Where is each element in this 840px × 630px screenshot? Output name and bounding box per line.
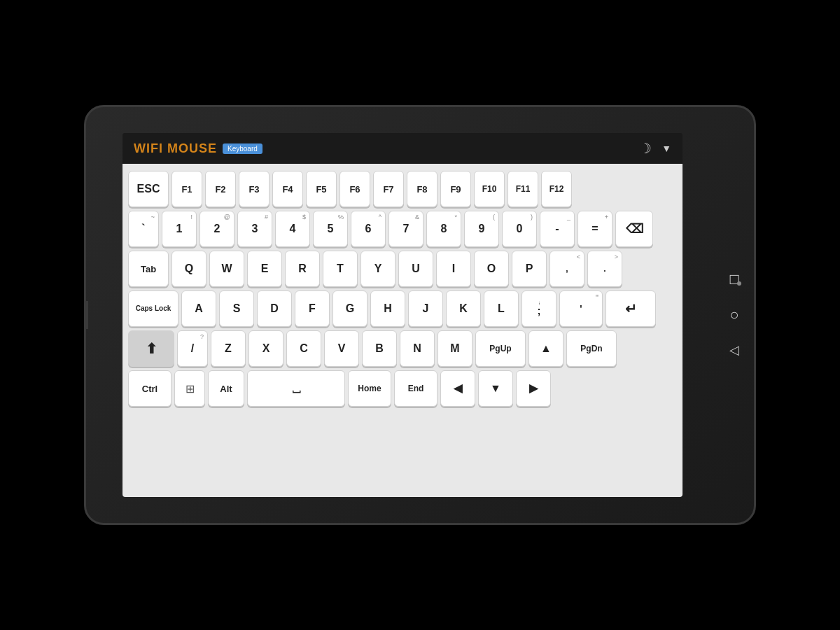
key-6[interactable]: ^ 6	[351, 211, 386, 247]
title-group: WIFI MOUSE Keyboard	[134, 141, 262, 156]
key-c[interactable]: C	[286, 330, 321, 367]
key-gt[interactable]: > .	[587, 251, 622, 287]
key-esc[interactable]: ESC	[128, 171, 169, 207]
key-up[interactable]: ▲	[528, 330, 564, 367]
num-row: ~ ` ! 1 @ 2 # 3 $ 4	[128, 211, 677, 247]
volume-button[interactable]	[84, 301, 88, 329]
key-7[interactable]: & 7	[388, 211, 424, 247]
key-f3[interactable]: F3	[239, 171, 270, 207]
moon-icon[interactable]: ☽	[639, 140, 652, 157]
key-h[interactable]: H	[370, 290, 405, 327]
key-f12[interactable]: F12	[541, 171, 572, 207]
key-v[interactable]: V	[324, 330, 359, 367]
key-minus[interactable]: _ -	[540, 211, 575, 247]
keyboard-area: ESC F1 F2 F3 F4 F5 F6 F7 F8 F9 F10 F11 F…	[122, 164, 682, 497]
key-lt[interactable]: < ,	[550, 251, 584, 287]
dropdown-icon[interactable]: ▼	[662, 143, 671, 154]
key-shift[interactable]: ⬆	[128, 330, 174, 367]
key-capslock[interactable]: Caps Lock	[128, 290, 178, 327]
bottom-row: Ctrl ⊞ Alt ⎵ Home End ◀ ▼ ▶	[128, 370, 677, 407]
qwerty-row: Tab Q W E R T Y U I O P < , > .	[128, 251, 677, 287]
screen: WIFI MOUSE Keyboard ☽ ▼ ESC F1 F2 F3 F4 …	[122, 133, 682, 497]
header-icons: ☽ ▼	[639, 140, 671, 157]
key-l[interactable]: L	[484, 290, 519, 327]
key-f7[interactable]: F7	[373, 171, 404, 207]
key-f4[interactable]: F4	[272, 171, 303, 207]
key-pgup[interactable]: PgUp	[475, 330, 526, 367]
key-1[interactable]: ! 1	[162, 211, 197, 247]
key-z[interactable]: Z	[211, 330, 246, 367]
key-left[interactable]: ◀	[440, 370, 475, 407]
key-home[interactable]: Home	[348, 370, 391, 407]
key-f[interactable]: F	[295, 290, 330, 327]
zxcv-row: ⬆ ? / Z X C V B N M PgUp ▲ PgDn	[128, 330, 677, 367]
key-n[interactable]: N	[400, 330, 435, 367]
key-3[interactable]: # 3	[237, 211, 272, 247]
asdf-row: Caps Lock A S D F G H J K L ⋮ ; " '	[128, 290, 677, 327]
nav-dot	[737, 281, 741, 286]
key-0[interactable]: ) 0	[502, 211, 537, 247]
key-8[interactable]: * 8	[426, 211, 461, 247]
key-slash[interactable]: ? /	[177, 330, 208, 367]
key-equals[interactable]: + =	[578, 211, 612, 247]
key-tilde[interactable]: ~ `	[128, 211, 159, 247]
key-x[interactable]: X	[248, 330, 284, 367]
key-a[interactable]: A	[181, 290, 216, 327]
key-2[interactable]: @ 2	[200, 211, 234, 247]
key-b[interactable]: B	[362, 330, 397, 367]
right-nav: ☐ ○ ◁	[729, 107, 740, 523]
key-q[interactable]: Q	[172, 251, 206, 287]
key-o[interactable]: O	[474, 251, 509, 287]
key-u[interactable]: U	[398, 251, 433, 287]
key-i[interactable]: I	[436, 251, 471, 287]
key-4[interactable]: $ 4	[275, 211, 310, 247]
key-down[interactable]: ▼	[478, 370, 513, 407]
key-s[interactable]: S	[219, 290, 254, 327]
key-e[interactable]: E	[247, 251, 282, 287]
key-tab[interactable]: Tab	[128, 251, 169, 287]
keyboard-badge: Keyboard	[223, 144, 262, 154]
key-d[interactable]: D	[257, 290, 292, 327]
app-header: WIFI MOUSE Keyboard ☽ ▼	[122, 133, 682, 164]
key-f9[interactable]: F9	[440, 171, 471, 207]
key-r[interactable]: R	[285, 251, 320, 287]
key-end[interactable]: End	[394, 370, 438, 407]
key-f11[interactable]: F11	[507, 171, 538, 207]
key-f5[interactable]: F5	[306, 171, 337, 207]
key-j[interactable]: J	[408, 290, 443, 327]
key-9[interactable]: ( 9	[464, 211, 499, 247]
key-quote[interactable]: " '	[559, 290, 603, 327]
key-alt[interactable]: Alt	[208, 370, 244, 407]
nav-back[interactable]: ◁	[729, 344, 739, 356]
key-g[interactable]: G	[332, 290, 368, 327]
key-5[interactable]: % 5	[313, 211, 348, 247]
key-w[interactable]: W	[209, 251, 244, 287]
key-f1[interactable]: F1	[172, 171, 202, 207]
key-f2[interactable]: F2	[205, 171, 236, 207]
key-y[interactable]: Y	[360, 251, 396, 287]
fn-row: ESC F1 F2 F3 F4 F5 F6 F7 F8 F9 F10 F11 F…	[128, 171, 677, 207]
key-backspace[interactable]: ⌫	[615, 211, 653, 247]
key-p[interactable]: P	[512, 251, 547, 287]
nav-circle[interactable]: ○	[729, 307, 738, 323]
tablet-shell: WIFI MOUSE Keyboard ☽ ▼ ESC F1 F2 F3 F4 …	[84, 105, 756, 525]
key-k[interactable]: K	[446, 290, 481, 327]
key-right[interactable]: ▶	[516, 370, 551, 407]
key-space[interactable]: ⎵	[247, 370, 345, 407]
key-t[interactable]: T	[323, 251, 358, 287]
key-f6[interactable]: F6	[340, 171, 370, 207]
key-win[interactable]: ⊞	[174, 370, 205, 407]
key-enter[interactable]: ↵	[606, 290, 656, 327]
key-f8[interactable]: F8	[407, 171, 438, 207]
key-f10[interactable]: F10	[474, 171, 505, 207]
key-ctrl[interactable]: Ctrl	[128, 370, 172, 407]
app-title: WIFI MOUSE	[134, 141, 217, 156]
key-m[interactable]: M	[438, 330, 472, 367]
key-semicolon[interactable]: ⋮ ;	[522, 290, 556, 327]
key-pgdn[interactable]: PgDn	[566, 330, 617, 367]
